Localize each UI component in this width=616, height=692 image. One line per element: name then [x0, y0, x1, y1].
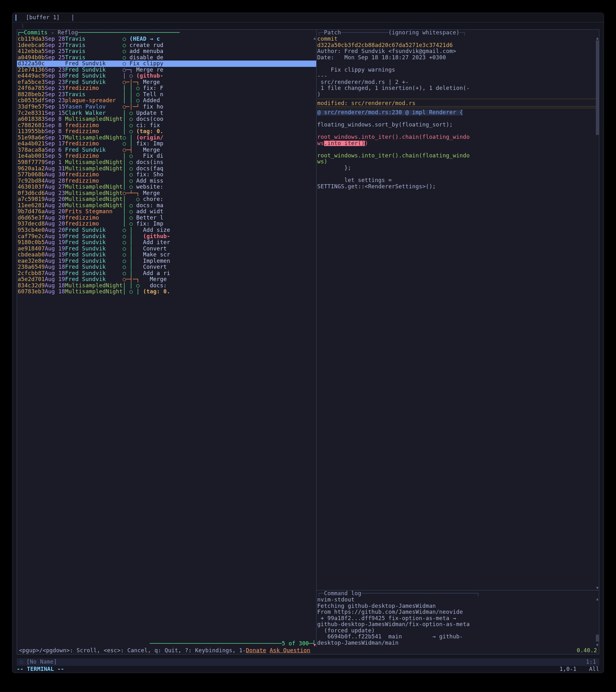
patch-line: Fix clippy warnings	[317, 67, 597, 73]
commit-row[interactable]: 7c2e8331 Sep 15 Clark Walker │ ○ Update …	[17, 110, 316, 116]
commit-row[interactable]: 238a6549 Aug 18 Fred Sundvik ○ │ Convert	[17, 264, 316, 270]
commits-panel[interactable]: ┌─Commits - Reflog──────────────────────…	[17, 30, 317, 647]
buffer-name: [No Name]	[26, 659, 57, 665]
help-text: <pgup>/<pgdown>: Scroll, <esc>: Cancel, …	[19, 648, 246, 653]
commit-row[interactable]: a6018383 Sep 8 MultisampledNight │ ○ doc…	[17, 116, 316, 122]
tab-indicator	[16, 15, 16, 21]
patch-line: root_windows.into_iter().chain(floating_…	[317, 153, 597, 159]
commit-row[interactable]: eae32e8e Aug 19 Fred Sundvik ○ │ Impleme…	[17, 258, 316, 264]
commit-row[interactable]: 21e74136 Sep 23 Fred Sundvik ○─┐ Merge r…	[17, 67, 316, 73]
commit-row[interactable]: 113955bb Sep 8 fredizzimo │ ○ (tag: 0.	[17, 128, 316, 135]
scroll-thumb[interactable]	[596, 634, 599, 642]
commit-row[interactable]: 9180c0b5 Aug 19 Fred Sundvik ○ │ Add ite…	[17, 239, 316, 246]
command-log-line: desktop-JamesWidman/main	[317, 640, 594, 646]
commit-row[interactable]: c7882681 Sep 8 fredizzimo │ ○ ci: fix	[17, 122, 316, 129]
commit-row[interactable]: a0494b0b Sep 25 Travis ○ disable de	[17, 55, 316, 61]
donate-link[interactable]: Donate	[246, 648, 266, 653]
command-log-body: nvim-stdoutFetching github-desktop-James…	[317, 597, 599, 647]
commit-row[interactable]: 60783eb3 Aug 18 MultisampledNight │ ○ │ …	[17, 288, 316, 295]
patch-line: ---	[317, 73, 597, 79]
patch-line: let settings =	[317, 177, 597, 183]
commit-row[interactable]: 1e4ab001 Sep 5 fredizzimo │ ○ Fix di	[17, 153, 316, 159]
command-log-line: github-desktop-JamesWidman/fix-option-as…	[317, 621, 594, 628]
patch-line	[317, 171, 597, 177]
mode-line: -- TERMINAL -- 1,0-1 All	[12, 666, 604, 673]
command-log-line: From https://github.com/JamesWidman/neov…	[317, 609, 594, 615]
commit-row[interactable]: 9620a1a2 Aug 31 MultisampledNight │ ○ do…	[17, 165, 316, 172]
patch-body[interactable]: commitd322a50cb3fd2cb88ad20c67da5271e3c3…	[317, 36, 599, 590]
command-log-panel[interactable]: ┌─Command log───────────────────────────…	[317, 590, 599, 647]
patch-line: root_windows.into_iter().chain(floating_…	[317, 134, 597, 140]
commit-row[interactable]: 2cfcbb87 Aug 18 Fred Sundvik ○ │ Add a r…	[17, 270, 316, 277]
commit-list[interactable]: cb119da3 Sep 28 Travis ○ (HEAD → c1deebc…	[17, 36, 316, 641]
commit-row[interactable]: 937decd8 Aug 20 fredizzimo │ ○ fix: Imp	[17, 221, 316, 227]
command-log-line: + 99a18f2...dff9425 fix-option-as-meta →	[317, 615, 594, 622]
scroll-down-icon[interactable]: ▼	[313, 643, 316, 647]
commit-row[interactable]: 577b068b Aug 30 fredizzimo │ ○ fix: Sho	[17, 172, 316, 178]
scroll-up-icon[interactable]: ▲	[313, 36, 316, 40]
commit-row[interactable]: d322a50c Fred Sundvik ○ Fix clippy	[17, 61, 316, 67]
commit-row[interactable]: 4630103f Aug 27 MultisampledNight │ ○ we…	[17, 184, 316, 190]
patch-line: SETTINGS.get::<RendererSettings>();	[317, 183, 597, 190]
patch-panel[interactable]: ┌─Patch──────────────(ignoring whitespac…	[317, 30, 599, 590]
commits-title: ┌─Commits - Reflog──────────────────────…	[17, 30, 316, 36]
patch-line: )	[317, 91, 597, 98]
ruler-extent: All	[589, 667, 599, 672]
command-log-line: Fetching github-desktop-JamesWidman	[317, 603, 594, 609]
right-column: ┌─Patch──────────────(ignoring whitespac…	[317, 30, 599, 647]
tab-separator	[72, 15, 73, 21]
line-number: 1	[12, 22, 604, 29]
command-log-title: ┌─Command log───────────────────────────…	[317, 590, 599, 597]
patch-line: Date: Mon Sep 18 18:18:27 2023 +0300	[317, 55, 597, 61]
scroll-down-icon[interactable]: ▼	[596, 643, 599, 647]
commits-scrollbar[interactable]: ▲ ▼	[313, 36, 316, 647]
patch-line	[317, 116, 597, 122]
patch-line: @ src/renderer/mod.rs:230 @ impl Rendere…	[317, 109, 597, 116]
patch-scrollbar[interactable]: ▲ ▼	[596, 36, 599, 590]
commit-row[interactable]: a7c59819 Aug 20 MultisampledNight │ ○ ch…	[17, 196, 316, 202]
patch-line: commit	[317, 36, 597, 42]
status-line: ◌ [No Name] 1:1	[17, 658, 599, 666]
commit-row[interactable]: cb0535df Sep 23 plague-spreader │ │ ○ Ad…	[17, 98, 316, 104]
commit-row[interactable]: 0f3d6cd6 Aug 23 MultisampledNight ○─┴─┐ …	[17, 190, 316, 196]
commit-row[interactable]: 378aca8a Sep 6 Fred Sundvik ○─┤ Merge	[17, 147, 316, 153]
commit-row[interactable]: 598f7779 Sep 1 MultisampledNight │ ○ doc…	[17, 159, 316, 166]
commit-row[interactable]: 834c32d9 Aug 18 MultisampledNight │ │ ○ …	[17, 283, 316, 289]
command-log-line: 6694b0f..f22b541 main → github-	[317, 634, 594, 640]
patch-line: modified: src/renderer/mod.rs	[317, 100, 597, 107]
commit-row[interactable]: e4449ac9 Sep 18 Fred Sundvik │ ○ (github…	[17, 73, 316, 79]
commit-row[interactable]: caf79e2c Aug 19 Fred Sundvik ○ │ (github…	[17, 233, 316, 240]
patch-line: src/renderer/mod.rs | 2 +-	[317, 79, 597, 85]
commit-row[interactable]: efa5bce3 Sep 23 Fred Sundvik ○─│─┐ Merge	[17, 79, 316, 85]
commit-row[interactable]: e4a4b021 Sep 17 fredizzimo ○ │ fix: Imp	[17, 141, 316, 147]
lazygit-main[interactable]: ┌─Commits - Reflog──────────────────────…	[17, 29, 599, 654]
commit-row[interactable]: 7c92bd84 Aug 28 fredizzimo │ ○ Add miss	[17, 178, 316, 184]
commit-row[interactable]: cb119da3 Sep 28 Travis ○ (HEAD → c	[17, 36, 316, 42]
commit-row[interactable]: 33df9e57 Sep 15 Yasen Pavlov ○─│─┘ fix h…	[17, 104, 316, 110]
commit-row[interactable]: 412ebba5 Sep 25 Travis ○ add menuba	[17, 48, 316, 55]
scroll-thumb[interactable]	[596, 40, 599, 135]
patch-line: 1 file changed, 1 insertion(+), 1 deleti…	[317, 85, 597, 91]
commit-row[interactable]: 953cb4e0 Aug 20 Fred Sundvik ○ │ Add siz…	[17, 227, 316, 233]
patch-line	[317, 146, 597, 153]
scroll-down-icon[interactable]: ▼	[596, 586, 599, 590]
commit-row[interactable]: 8828beb2 Sep 23 Travis │ │ ○ Tell n	[17, 91, 316, 98]
tab-bar: [buffer 1]	[12, 13, 604, 22]
commits-footer: ───────────────────────────────────────5…	[17, 641, 316, 647]
commit-row[interactable]: a5e2d701 Aug 19 Fred Sundvik ○─┤─┐ Merge	[17, 276, 316, 283]
cmdlog-scrollbar[interactable]: ▲ ▼	[596, 597, 599, 647]
commit-row[interactable]: cbdeaab0 Aug 19 Fred Sundvik ○ │ Make sc…	[17, 252, 316, 258]
commit-row[interactable]: 11ee6281 Aug 20 MultisampledNight │ ○ do…	[17, 202, 316, 209]
commit-row[interactable]: 51e98a6e Sep 17 MultisampledNight ○ │ (o…	[17, 135, 316, 141]
commit-row[interactable]: ae918407 Aug 19 Fred Sundvik ○ │ Convert	[17, 246, 316, 252]
scroll-up-icon[interactable]: ▲	[596, 597, 599, 601]
patch-line: d322a50cb3fd2cb88ad20c67da5271e3c37421d6	[317, 42, 597, 48]
scroll-up-icon[interactable]: ▲	[596, 36, 599, 40]
tab-label[interactable]: [buffer 1]	[26, 15, 60, 21]
patch-line: ws)	[317, 159, 597, 165]
commit-row[interactable]: 9b7d476a Aug 20 Frits Stegmann │ ○ add w…	[17, 209, 316, 215]
commit-row[interactable]: d6d65e3f Aug 20 fredizzimo │ ○ Better l	[17, 215, 316, 221]
commit-row[interactable]: 1deebca6 Sep 27 Travis ○ create rud	[17, 42, 316, 48]
ask-question-link[interactable]: Ask Question	[270, 648, 310, 653]
commit-row[interactable]: 24f6a785 Sep 23 fredizzimo │ │ ○ fix: F	[17, 85, 316, 91]
